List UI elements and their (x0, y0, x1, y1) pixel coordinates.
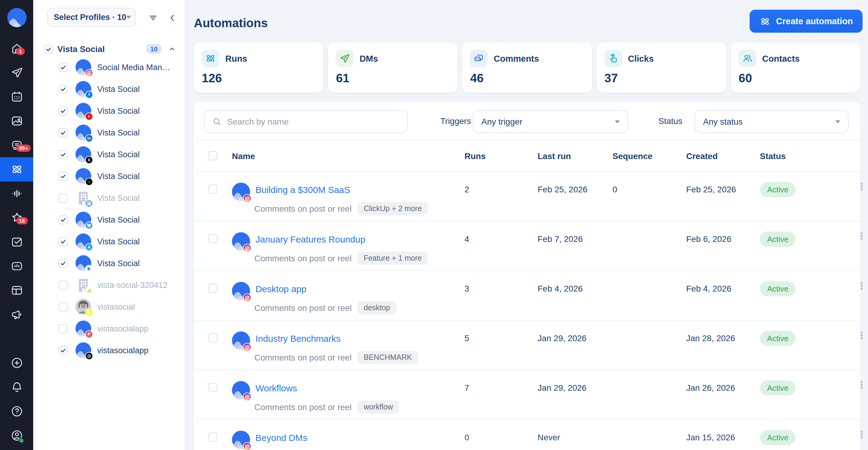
automation-avatar (232, 232, 250, 250)
profile-row[interactable]: Vista Social (33, 209, 185, 230)
vista-social-logo[interactable] (7, 8, 26, 27)
profile-checkbox[interactable] (59, 150, 68, 159)
chevron-down-icon (615, 120, 620, 123)
created-cell: Jan 15, 2026 (686, 420, 760, 450)
row-menu-button[interactable] (846, 172, 867, 221)
rail-item-account[interactable] (0, 423, 33, 448)
column-header[interactable]: Runs (465, 151, 537, 161)
profile-checkbox[interactable] (59, 171, 68, 180)
row-checkbox[interactable] (208, 333, 217, 342)
profile-checkbox[interactable] (59, 280, 68, 289)
profile-checkbox[interactable] (59, 302, 68, 311)
profile-label: vistasocialapp (97, 324, 149, 333)
rail-item-reviews[interactable]: 16 (0, 206, 33, 230)
profile-row[interactable]: fVista Social (33, 78, 185, 100)
check-icon (60, 173, 66, 179)
rail-item-notifications[interactable] (0, 375, 33, 399)
column-header[interactable]: Status (760, 151, 846, 161)
profile-checkbox[interactable] (59, 193, 68, 202)
check-icon (60, 107, 66, 114)
row-menu-button[interactable] (846, 320, 867, 370)
row-menu-button[interactable] (846, 221, 867, 270)
google-business-icon (85, 200, 93, 207)
profile-label: Vista Social (97, 106, 140, 115)
row-checkbox[interactable] (208, 284, 217, 293)
automations-panel: Triggers Any trigger Status Any status N… (194, 102, 860, 450)
profile-checkbox[interactable] (59, 324, 68, 333)
profile-row[interactable]: vista-social-320412 (33, 274, 185, 296)
column-header[interactable]: Created (686, 151, 760, 161)
create-automation-button[interactable]: Create automation (749, 10, 863, 33)
rail-item-listening[interactable] (0, 181, 33, 206)
automation-name-link[interactable]: Beyond DMs (255, 432, 307, 450)
column-header[interactable]: Last run (537, 151, 613, 161)
profile-row[interactable]: @vistasocialapp (33, 339, 185, 361)
rail-item-help[interactable] (0, 399, 33, 423)
profile-checkbox[interactable] (59, 346, 68, 355)
row-menu-button[interactable] (846, 420, 867, 450)
profile-group-row[interactable]: Vista Social 10 (33, 42, 185, 56)
instagram-icon (243, 343, 251, 351)
row-menu-button[interactable] (846, 370, 867, 419)
filter-profiles-button[interactable] (146, 10, 160, 25)
rail-item-pages[interactable] (0, 278, 33, 303)
profile-checkbox[interactable] (59, 128, 68, 137)
profile-count-badge: 10 (146, 44, 162, 54)
profile-row[interactable]: Social Media Managem… (33, 56, 185, 78)
bluesky-icon (85, 221, 93, 229)
rail-item-calendar[interactable] (0, 85, 33, 109)
search-input[interactable] (227, 117, 400, 126)
search-box[interactable] (204, 110, 408, 133)
row-checkbox[interactable] (208, 432, 217, 442)
check-icon (60, 129, 66, 136)
rail-item-inbox[interactable]: 99+ (0, 133, 33, 157)
profile-row[interactable]: inVista Social (33, 121, 185, 143)
stat-label: Contacts (762, 54, 800, 63)
profile-avatar: in (75, 124, 91, 140)
table-header: NameRunsLast runSequenceCreatedStatus (194, 140, 860, 172)
kebab-menu-icon (857, 380, 867, 390)
atom-icon (202, 50, 219, 67)
rail-item-reports[interactable] (0, 254, 33, 278)
bar-chart-icon (10, 259, 23, 273)
profile-checkbox[interactable] (59, 84, 68, 93)
row-checkbox[interactable] (208, 234, 217, 243)
profile-row[interactable]: Vista Social (33, 187, 185, 209)
rail-item-home[interactable]: 1 (0, 36, 33, 60)
profile-checkbox[interactable] (59, 237, 68, 246)
collapse-sidebar-button[interactable] (165, 10, 179, 25)
status-filter-select[interactable]: Any status (695, 110, 849, 133)
profile-row[interactable]: vistasocial (33, 296, 185, 317)
rail-item-publish[interactable] (0, 60, 33, 85)
rail-item-advocacy[interactable] (0, 303, 33, 327)
automation-avatar (232, 182, 250, 201)
last-run-cell: Never (537, 420, 613, 450)
select-profiles-dropdown[interactable]: Select Profiles · 10 (47, 8, 136, 27)
group-checkbox[interactable] (44, 45, 53, 54)
profile-row[interactable]: Vista Social (33, 252, 185, 274)
profile-row[interactable]: Vista Social (33, 100, 185, 121)
row-checkbox[interactable] (208, 185, 217, 194)
select-all-checkbox[interactable] (208, 151, 217, 160)
trigger-filter-select[interactable]: Any trigger (473, 110, 628, 133)
profile-checkbox[interactable] (59, 106, 68, 115)
rail-item-automations[interactable] (0, 157, 33, 181)
rail-item-media[interactable] (0, 109, 33, 133)
rail-item-tasks[interactable] (0, 230, 33, 254)
rail-item-add[interactable] (0, 351, 33, 375)
profile-checkbox[interactable] (59, 215, 68, 224)
collapse-group-button[interactable] (168, 45, 176, 53)
row-menu-button[interactable] (846, 271, 867, 320)
column-header[interactable]: Sequence (613, 151, 686, 161)
calendar-icon (10, 90, 23, 104)
profile-checkbox[interactable] (59, 63, 68, 72)
profile-row[interactable]: XVista Social (33, 143, 185, 165)
row-checkbox[interactable] (208, 383, 217, 392)
column-header[interactable]: Name (232, 151, 465, 161)
table-row: Industry Benchmarks5Jan 29, 2026Jan 28, … (194, 320, 860, 370)
profile-row[interactable]: AVista Social (33, 230, 185, 252)
profile-row[interactable]: ♪Vista Social (33, 165, 185, 187)
profile-row[interactable]: Pvistasocialapp (33, 317, 185, 339)
profile-label: Vista Social (97, 259, 140, 268)
profile-checkbox[interactable] (59, 259, 68, 268)
